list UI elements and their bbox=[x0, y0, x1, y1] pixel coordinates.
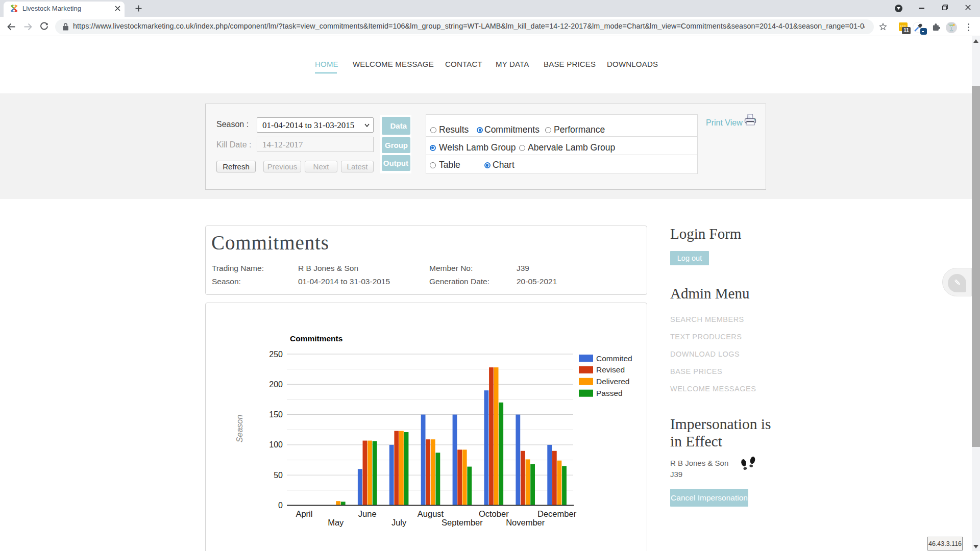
svg-text:April: April bbox=[296, 509, 312, 518]
svg-text:Passed: Passed bbox=[596, 389, 623, 397]
svg-text:June: June bbox=[358, 509, 377, 518]
svg-text:May: May bbox=[328, 518, 344, 527]
svg-text:December: December bbox=[537, 509, 577, 518]
svg-text:September: September bbox=[442, 518, 483, 527]
svg-text:Commited: Commited bbox=[596, 354, 632, 363]
svg-text:Season: Season bbox=[235, 415, 244, 442]
svg-text:250: 250 bbox=[269, 350, 283, 359]
svg-text:150: 150 bbox=[269, 410, 283, 419]
svg-text:Delivered: Delivered bbox=[596, 377, 629, 386]
svg-text:November: November bbox=[506, 518, 545, 527]
svg-text:0: 0 bbox=[278, 501, 283, 510]
svg-text:Commitments: Commitments bbox=[290, 334, 342, 343]
svg-text:100: 100 bbox=[269, 440, 283, 449]
svg-text:50: 50 bbox=[274, 471, 283, 480]
svg-text:October: October bbox=[479, 509, 509, 518]
svg-text:200: 200 bbox=[269, 380, 283, 389]
svg-text:August: August bbox=[418, 509, 444, 518]
svg-text:July: July bbox=[391, 518, 407, 527]
svg-text:Revised: Revised bbox=[596, 365, 625, 374]
